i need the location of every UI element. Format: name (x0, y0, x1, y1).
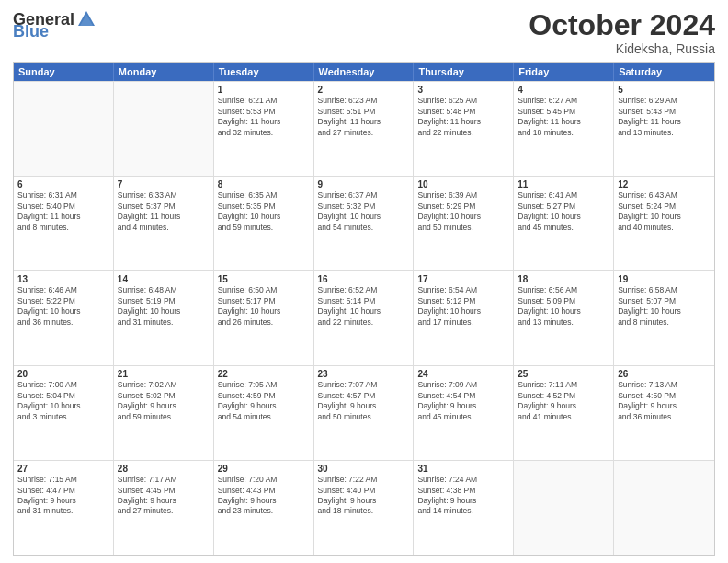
calendar: SundayMondayTuesdayWednesdayThursdayFrid… (13, 62, 715, 556)
day-info: Sunrise: 6:21 AM Sunset: 5:53 PM Dayligh… (218, 96, 310, 138)
weekday-header-friday: Friday (514, 63, 614, 81)
day-info: Sunrise: 6:29 AM Sunset: 5:43 PM Dayligh… (618, 96, 711, 138)
day-info: Sunrise: 7:22 AM Sunset: 4:40 PM Dayligh… (318, 475, 410, 517)
day-number: 17 (417, 274, 509, 284)
location-subtitle: Kideksha, Russia (529, 41, 715, 56)
day-info: Sunrise: 6:31 AM Sunset: 5:40 PM Dayligh… (17, 190, 109, 233)
day-number: 20 (17, 369, 109, 379)
logo-blue: Blue (13, 22, 49, 41)
day-cell-9: 9Sunrise: 6:37 AM Sunset: 5:32 PM Daylig… (314, 177, 415, 270)
day-info: Sunrise: 7:11 AM Sunset: 4:52 PM Dayligh… (518, 380, 609, 422)
day-cell-8: 8Sunrise: 6:35 AM Sunset: 5:35 PM Daylig… (214, 177, 314, 270)
day-info: Sunrise: 6:23 AM Sunset: 5:51 PM Dayligh… (318, 96, 410, 138)
day-number: 4 (518, 85, 609, 95)
day-info: Sunrise: 6:33 AM Sunset: 5:37 PM Dayligh… (118, 190, 210, 233)
day-cell-22: 22Sunrise: 7:05 AM Sunset: 4:59 PM Dayli… (214, 366, 314, 460)
day-cell-28: 28Sunrise: 7:17 AM Sunset: 4:45 PM Dayli… (114, 461, 214, 555)
day-cell-29: 29Sunrise: 7:20 AM Sunset: 4:43 PM Dayli… (214, 461, 314, 555)
day-info: Sunrise: 6:52 AM Sunset: 5:14 PM Dayligh… (318, 285, 410, 327)
day-number: 30 (318, 464, 410, 474)
day-info: Sunrise: 6:35 AM Sunset: 5:35 PM Dayligh… (218, 190, 310, 233)
day-cell-21: 21Sunrise: 7:02 AM Sunset: 5:02 PM Dayli… (114, 366, 214, 460)
day-number: 22 (218, 369, 310, 379)
page: General Blue October 2024 Kideksha, Russ… (0, 0, 728, 563)
day-number: 18 (518, 274, 609, 284)
day-number: 3 (417, 85, 509, 95)
day-cell-15: 15Sunrise: 6:50 AM Sunset: 5:17 PM Dayli… (214, 271, 314, 365)
day-info: Sunrise: 6:25 AM Sunset: 5:48 PM Dayligh… (417, 96, 509, 138)
logo-icon (76, 9, 97, 29)
day-info: Sunrise: 7:00 AM Sunset: 5:04 PM Dayligh… (17, 380, 109, 422)
day-info: Sunrise: 6:58 AM Sunset: 5:07 PM Dayligh… (618, 285, 711, 327)
calendar-row-3: 13Sunrise: 6:46 AM Sunset: 5:22 PM Dayli… (14, 270, 714, 365)
day-number: 1 (218, 85, 310, 95)
day-number: 28 (118, 464, 210, 474)
day-cell-12: 12Sunrise: 6:43 AM Sunset: 5:24 PM Dayli… (614, 177, 714, 270)
day-number: 16 (318, 274, 410, 284)
day-number: 31 (417, 464, 509, 474)
day-info: Sunrise: 6:43 AM Sunset: 5:24 PM Dayligh… (618, 190, 711, 233)
day-info: Sunrise: 7:15 AM Sunset: 4:47 PM Dayligh… (17, 475, 109, 517)
day-cell-24: 24Sunrise: 7:09 AM Sunset: 4:54 PM Dayli… (414, 366, 514, 460)
day-number: 27 (17, 464, 109, 474)
weekday-header-saturday: Saturday (614, 63, 714, 81)
day-info: Sunrise: 6:54 AM Sunset: 5:12 PM Dayligh… (417, 285, 509, 327)
day-number: 2 (318, 85, 410, 95)
day-number: 7 (118, 179, 210, 190)
calendar-row-2: 6Sunrise: 6:31 AM Sunset: 5:40 PM Daylig… (14, 176, 714, 270)
day-cell-18: 18Sunrise: 6:56 AM Sunset: 5:09 PM Dayli… (514, 271, 614, 365)
day-info: Sunrise: 7:02 AM Sunset: 5:02 PM Dayligh… (118, 380, 210, 422)
day-number: 15 (218, 274, 310, 284)
day-cell-1: 1Sunrise: 6:21 AM Sunset: 5:53 PM Daylig… (214, 82, 314, 176)
day-number: 8 (218, 179, 310, 190)
day-info: Sunrise: 6:48 AM Sunset: 5:19 PM Dayligh… (118, 285, 210, 327)
logo-area: General Blue (13, 9, 97, 41)
day-cell-7: 7Sunrise: 6:33 AM Sunset: 5:37 PM Daylig… (114, 177, 214, 270)
day-cell-19: 19Sunrise: 6:58 AM Sunset: 5:07 PM Dayli… (614, 271, 714, 365)
day-cell-6: 6Sunrise: 6:31 AM Sunset: 5:40 PM Daylig… (14, 177, 114, 270)
day-info: Sunrise: 7:17 AM Sunset: 4:45 PM Dayligh… (118, 475, 210, 517)
weekday-header-sunday: Sunday (14, 63, 114, 81)
day-number: 13 (17, 274, 109, 284)
day-info: Sunrise: 7:09 AM Sunset: 4:54 PM Dayligh… (417, 380, 509, 422)
day-cell-10: 10Sunrise: 6:39 AM Sunset: 5:29 PM Dayli… (414, 177, 514, 270)
weekday-header-tuesday: Tuesday (214, 63, 314, 81)
day-number: 12 (618, 179, 711, 190)
day-info: Sunrise: 7:20 AM Sunset: 4:43 PM Dayligh… (218, 475, 310, 517)
empty-cell-4-6 (614, 461, 714, 555)
header: General Blue October 2024 Kideksha, Russ… (13, 9, 715, 56)
calendar-header: SundayMondayTuesdayWednesdayThursdayFrid… (14, 63, 714, 81)
calendar-row-1: 1Sunrise: 6:21 AM Sunset: 5:53 PM Daylig… (14, 81, 714, 176)
day-number: 9 (318, 179, 410, 190)
day-number: 6 (17, 179, 109, 190)
day-info: Sunrise: 7:07 AM Sunset: 4:57 PM Dayligh… (318, 380, 410, 422)
day-cell-2: 2Sunrise: 6:23 AM Sunset: 5:51 PM Daylig… (314, 82, 415, 176)
title-area: October 2024 Kideksha, Russia (529, 9, 715, 56)
day-cell-16: 16Sunrise: 6:52 AM Sunset: 5:14 PM Dayli… (314, 271, 415, 365)
day-cell-5: 5Sunrise: 6:29 AM Sunset: 5:43 PM Daylig… (614, 82, 714, 176)
calendar-row-4: 20Sunrise: 7:00 AM Sunset: 5:04 PM Dayli… (14, 365, 714, 460)
day-info: Sunrise: 6:50 AM Sunset: 5:17 PM Dayligh… (218, 285, 310, 327)
day-number: 5 (618, 85, 711, 95)
day-number: 10 (417, 179, 509, 190)
weekday-header-wednesday: Wednesday (314, 63, 415, 81)
day-cell-27: 27Sunrise: 7:15 AM Sunset: 4:47 PM Dayli… (14, 461, 114, 555)
day-number: 19 (618, 274, 711, 284)
day-number: 23 (318, 369, 410, 379)
day-cell-11: 11Sunrise: 6:41 AM Sunset: 5:27 PM Dayli… (514, 177, 614, 270)
day-cell-31: 31Sunrise: 7:24 AM Sunset: 4:38 PM Dayli… (414, 461, 514, 555)
day-number: 11 (518, 179, 609, 190)
day-info: Sunrise: 6:37 AM Sunset: 5:32 PM Dayligh… (318, 190, 410, 233)
month-title: October 2024 (529, 9, 715, 41)
day-number: 29 (218, 464, 310, 474)
day-info: Sunrise: 7:24 AM Sunset: 4:38 PM Dayligh… (417, 475, 509, 517)
day-info: Sunrise: 6:46 AM Sunset: 5:22 PM Dayligh… (17, 285, 109, 327)
weekday-header-thursday: Thursday (414, 63, 514, 81)
day-number: 21 (118, 369, 210, 379)
day-info: Sunrise: 6:56 AM Sunset: 5:09 PM Dayligh… (518, 285, 609, 327)
day-info: Sunrise: 7:05 AM Sunset: 4:59 PM Dayligh… (218, 380, 310, 422)
calendar-body: 1Sunrise: 6:21 AM Sunset: 5:53 PM Daylig… (14, 81, 714, 555)
day-cell-20: 20Sunrise: 7:00 AM Sunset: 5:04 PM Dayli… (14, 366, 114, 460)
day-number: 25 (518, 369, 609, 379)
day-cell-25: 25Sunrise: 7:11 AM Sunset: 4:52 PM Dayli… (514, 366, 614, 460)
